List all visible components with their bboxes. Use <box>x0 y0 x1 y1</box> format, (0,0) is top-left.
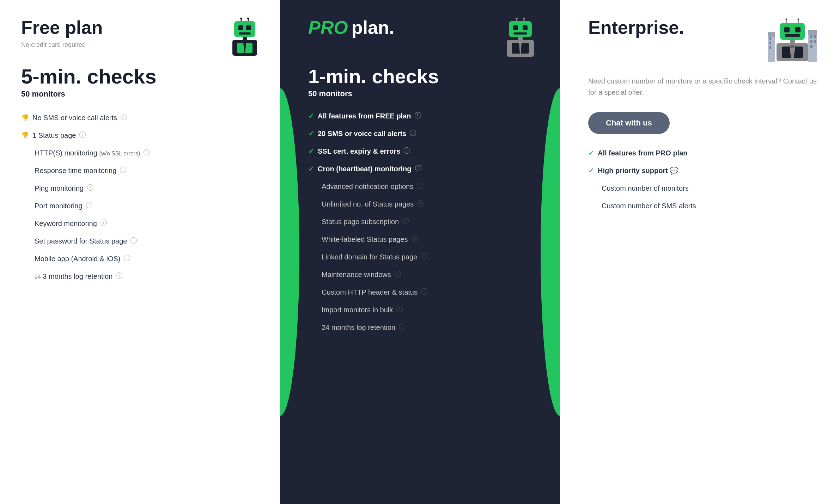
svg-rect-31 <box>810 35 812 38</box>
svg-point-13 <box>516 18 518 19</box>
pro-plan-robot <box>502 18 539 60</box>
list-item: Port monitoring i <box>21 201 262 211</box>
check-icon: ✓ <box>308 111 314 121</box>
info-icon[interactable]: i <box>130 237 137 244</box>
info-icon[interactable]: i <box>116 272 122 279</box>
svg-rect-17 <box>513 25 518 30</box>
list-item: 24 months log retention i <box>308 322 539 332</box>
list-item: White-labeled Status pages i <box>308 234 539 244</box>
list-item: Maintenance windows i <box>308 270 539 279</box>
free-plan-title: Free plan <box>21 18 227 38</box>
check-icon: ✓ <box>588 166 594 176</box>
check-icon: ✓ <box>308 129 314 139</box>
svg-rect-25 <box>768 32 775 37</box>
list-item: 👎 1 Status page i <box>21 130 262 140</box>
info-icon[interactable]: i <box>86 202 92 208</box>
list-item: Custom number of SMS alerts <box>588 201 819 211</box>
info-icon[interactable]: i <box>410 130 416 136</box>
info-icon[interactable]: i <box>399 324 405 330</box>
free-plan-subtitle: No credit card required <box>21 41 227 49</box>
info-icon[interactable]: i <box>415 165 421 171</box>
svg-rect-34 <box>814 35 816 38</box>
info-icon[interactable]: i <box>395 271 401 277</box>
list-item: ✓ All features from PRO plan <box>588 148 819 158</box>
svg-rect-35 <box>814 40 816 43</box>
svg-point-37 <box>785 18 787 20</box>
info-icon[interactable]: i <box>396 306 403 312</box>
info-icon[interactable]: i <box>144 149 150 155</box>
list-item: Unlimited no. of Status pages i <box>308 199 539 209</box>
svg-rect-30 <box>808 30 817 35</box>
list-item: ✓ All features from FREE plan i <box>308 111 539 121</box>
list-item: Linked domain for Status page i <box>308 252 539 262</box>
list-item: ✓ SSL cert. expiry & errors i <box>308 146 539 156</box>
enterprise-feature-list: ✓ All features from PRO plan ✓ High prio… <box>588 148 819 211</box>
info-icon[interactable]: i <box>417 200 424 207</box>
svg-point-3 <box>247 18 249 19</box>
list-item: ✓ High priority support 💬 <box>588 166 819 176</box>
free-check-interval: 5-min. checks <box>21 66 262 87</box>
pro-monitors: 50 monitors <box>308 89 539 98</box>
thumbsdown-icon: 👎 <box>21 131 29 140</box>
svg-rect-20 <box>518 37 523 40</box>
pro-plan: PRO plan. <box>280 0 560 504</box>
list-item: Response time monitoring i <box>21 166 262 176</box>
enterprise-robot <box>766 18 819 65</box>
svg-rect-6 <box>246 25 251 30</box>
check-icon: ✓ <box>308 164 314 174</box>
list-item: Custom number of monitors <box>588 183 819 193</box>
free-plan-robot <box>227 18 262 60</box>
svg-rect-41 <box>784 27 790 32</box>
info-icon[interactable]: i <box>404 147 410 154</box>
list-item: Custom HTTP header & status i <box>308 287 539 297</box>
svg-rect-5 <box>238 25 243 30</box>
pro-feature-list: ✓ All features from FREE plan i ✓ 20 SMS… <box>308 111 539 332</box>
list-item: Set password for Status page i <box>21 236 262 246</box>
info-icon[interactable]: i <box>121 114 127 120</box>
list-item: Mobile app (Android & iOS) i <box>21 254 262 264</box>
info-icon[interactable]: i <box>120 167 126 173</box>
svg-rect-7 <box>239 32 251 35</box>
svg-rect-4 <box>234 21 255 37</box>
info-icon[interactable]: i <box>417 183 423 189</box>
svg-rect-44 <box>790 40 795 43</box>
info-icon[interactable]: i <box>79 131 86 138</box>
list-item: Keyword monitoring i <box>21 219 262 228</box>
free-monitors: 50 monitors <box>21 90 262 99</box>
list-item: HTTP(S) monitoring (w/o SSL errors) i <box>21 148 262 158</box>
info-icon[interactable]: i <box>402 218 409 224</box>
list-item: ✓ Cron (heartbeat) monitoring i <box>308 164 539 174</box>
pro-title-plan: plan. <box>352 18 394 38</box>
info-icon[interactable]: i <box>87 184 93 191</box>
svg-rect-32 <box>810 40 812 43</box>
list-item: Ping monitoring i <box>21 183 262 193</box>
info-icon[interactable]: i <box>124 255 130 261</box>
svg-rect-26 <box>769 37 771 40</box>
list-item: Advanced notification options i <box>308 182 539 191</box>
svg-rect-43 <box>785 34 800 37</box>
pro-title-pro: PRO <box>308 18 348 38</box>
svg-rect-40 <box>780 23 805 40</box>
pricing-container: Free plan No credit card required <box>0 0 840 504</box>
svg-rect-42 <box>795 27 801 32</box>
list-item: Status page subscription i <box>308 217 539 227</box>
free-plan: Free plan No credit card required <box>0 0 280 504</box>
svg-rect-8 <box>243 37 247 40</box>
svg-rect-28 <box>769 46 771 49</box>
info-icon[interactable]: i <box>421 288 427 295</box>
svg-point-39 <box>797 18 799 20</box>
info-icon[interactable]: i <box>412 235 418 242</box>
thumbsdown-icon: 👎 <box>21 113 29 122</box>
info-icon[interactable]: i <box>101 220 107 226</box>
svg-rect-48 <box>790 45 795 48</box>
check-icon: ✓ <box>588 148 594 158</box>
check-icon: ✓ <box>308 146 314 156</box>
chat-with-us-button[interactable]: Chat with us <box>588 112 670 134</box>
list-item: 👎 No SMS or voice call alerts i <box>21 113 262 123</box>
info-icon[interactable]: i <box>421 253 427 259</box>
list-item: 24 3 months log retention i <box>21 271 262 281</box>
list-item: Import monitors in bulk i <box>308 305 539 315</box>
info-icon[interactable]: i <box>415 112 421 118</box>
svg-rect-16 <box>509 21 532 37</box>
enterprise-title: Enterprise. <box>588 18 684 38</box>
